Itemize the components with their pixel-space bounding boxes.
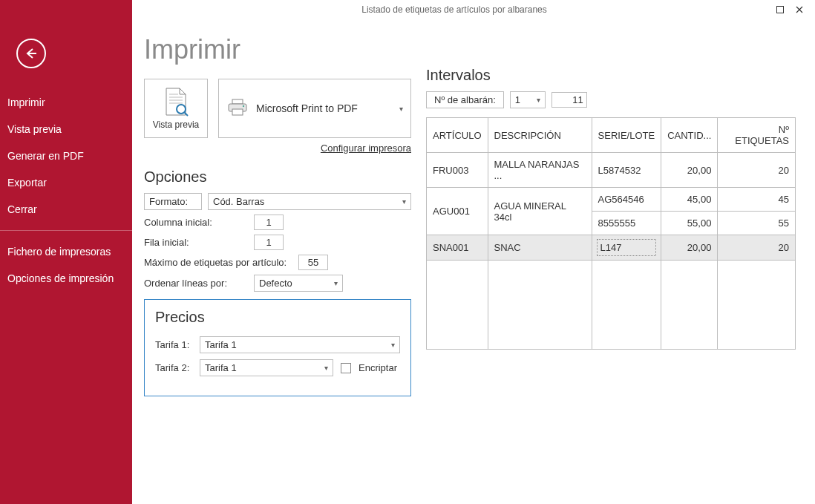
chevron-down-icon: ▾ [391, 341, 395, 349]
cell-n-etiquetas: 55 [718, 212, 796, 235]
arrow-left-icon [24, 46, 39, 61]
printer-name: Microsoft Print to PDF [256, 102, 358, 114]
cell-n-etiquetas: 45 [718, 188, 796, 212]
cell-cantidad: 55,00 [661, 212, 718, 235]
column-header[interactable]: DESCRIPCIÓN [488, 118, 592, 153]
titlebar: Listado de etiquetas de artículos por al… [132, 0, 815, 19]
cell-descripcion: AGUA MINERAL 34cl [488, 188, 592, 235]
intervalos-heading: Intervalos [426, 67, 796, 84]
fila-inicial-input[interactable]: 1 [254, 235, 284, 250]
columna-inicial-label: Columna inicial: [144, 217, 248, 228]
table-row[interactable]: AGU001AGUA MINERAL 34clAG56454645,0045 [427, 188, 796, 212]
svg-rect-9 [232, 109, 243, 115]
cell-n-etiquetas: 20 [718, 153, 796, 188]
tarifa1-select[interactable]: Tarifa 1 ▾ [200, 336, 400, 353]
back-button[interactable] [16, 39, 46, 68]
window-title: Listado de etiquetas de artículos por al… [138, 4, 770, 15]
columna-inicial-input[interactable]: 1 [254, 215, 284, 230]
svg-rect-7 [232, 99, 243, 104]
cell-articulo: AGU001 [427, 188, 488, 235]
n-albaran-select[interactable]: Nº de albarán: [426, 91, 504, 108]
page-title: Imprimir [144, 34, 411, 65]
ordenar-select[interactable]: Defecto ▾ [254, 275, 343, 292]
column-header[interactable]: SERIE/LOTE [592, 118, 661, 153]
max-etiquetas-label: Máximo de etiquetas por artículo: [144, 257, 292, 268]
encriptar-checkbox[interactable] [341, 363, 351, 373]
opciones-heading: Opciones [144, 168, 411, 186]
chevron-down-icon: ▾ [334, 279, 338, 287]
sidebar-item[interactable]: Opciones de impresión [0, 265, 132, 292]
formato-label: Formato: [144, 193, 202, 210]
svg-rect-0 [777, 7, 784, 13]
maximize-icon [776, 6, 784, 13]
cell-serie[interactable]: 8555555 [592, 212, 661, 235]
sidebar-item[interactable]: Fichero de impresoras [0, 238, 132, 265]
column-header[interactable]: Nº ETIQUETAS [718, 118, 796, 153]
cell-cantidad: 20,00 [661, 153, 718, 188]
n-albaran-to[interactable]: 11 [551, 92, 587, 108]
sidebar-item[interactable]: Imprimir [0, 89, 132, 116]
ordenar-label: Ordenar líneas por: [144, 278, 248, 289]
vista-previa-button[interactable]: Vista previa [144, 79, 208, 138]
formato-select[interactable]: Cód. Barras ▾ [208, 193, 411, 210]
maximize-button[interactable] [770, 3, 790, 16]
table-row[interactable]: FRU003MALLA NARANJAS ...L587453220,0020 [427, 153, 796, 188]
cell-serie[interactable]: L147 [592, 235, 661, 261]
precios-heading: Precios [155, 309, 400, 326]
tarifa2-select[interactable]: Tarifa 1 ▾ [200, 359, 333, 376]
chevron-down-icon: ▾ [399, 105, 403, 113]
printer-icon [226, 98, 249, 120]
precios-section: Precios Tarifa 1: Tarifa 1 ▾ Tarifa 2: T… [144, 299, 411, 396]
sidebar-item[interactable]: Vista previa [0, 116, 132, 143]
fila-inicial-label: Fila inicial: [144, 237, 248, 248]
printer-selector[interactable]: Microsoft Print to PDF ▾ [218, 79, 411, 138]
table-row-empty [427, 261, 796, 350]
chevron-down-icon: ▾ [537, 96, 540, 104]
cell-serie[interactable]: AG564546 [592, 188, 661, 212]
cell-articulo: SNA001 [427, 235, 488, 261]
tarifa1-label: Tarifa 1: [155, 339, 192, 350]
close-icon [796, 6, 803, 13]
sidebar: ImprimirVista previaGenerar en PDFExport… [0, 0, 132, 504]
configurar-impresora-link[interactable]: Configurar impresora [144, 143, 411, 154]
sidebar-item[interactable]: Cerrar [0, 196, 132, 223]
articulos-table: ARTÍCULODESCRIPCIÓNSERIE/LOTECANTID...Nº… [426, 117, 796, 350]
vista-previa-label: Vista previa [153, 120, 199, 130]
n-albaran-from[interactable]: 1 ▾ [510, 91, 546, 108]
cell-cantidad: 45,00 [661, 188, 718, 212]
sidebar-item[interactable]: Exportar [0, 169, 132, 196]
sidebar-item[interactable]: Generar en PDF [0, 143, 132, 169]
document-preview-icon [163, 87, 189, 117]
table-row[interactable]: SNA001SNACL14720,0020 [427, 235, 796, 261]
chevron-down-icon: ▾ [402, 197, 406, 206]
tarifa2-label: Tarifa 2: [155, 362, 192, 373]
svg-point-10 [243, 105, 244, 106]
encriptar-label: Encriptar [359, 362, 397, 373]
cell-descripcion: MALLA NARANJAS ... [488, 153, 592, 188]
cell-articulo: FRU003 [427, 153, 488, 188]
close-button[interactable] [790, 3, 809, 16]
sidebar-separator [0, 230, 132, 231]
max-etiquetas-input[interactable]: 55 [298, 255, 328, 270]
main-content: Listado de etiquetas de artículos por al… [132, 0, 815, 504]
cell-n-etiquetas: 20 [718, 235, 796, 261]
chevron-down-icon: ▾ [324, 364, 328, 372]
cell-serie[interactable]: L5874532 [592, 153, 661, 188]
column-header[interactable]: CANTID... [661, 118, 718, 153]
cell-descripcion: SNAC [488, 235, 592, 261]
cell-cantidad: 20,00 [661, 235, 718, 261]
column-header[interactable]: ARTÍCULO [427, 118, 488, 153]
